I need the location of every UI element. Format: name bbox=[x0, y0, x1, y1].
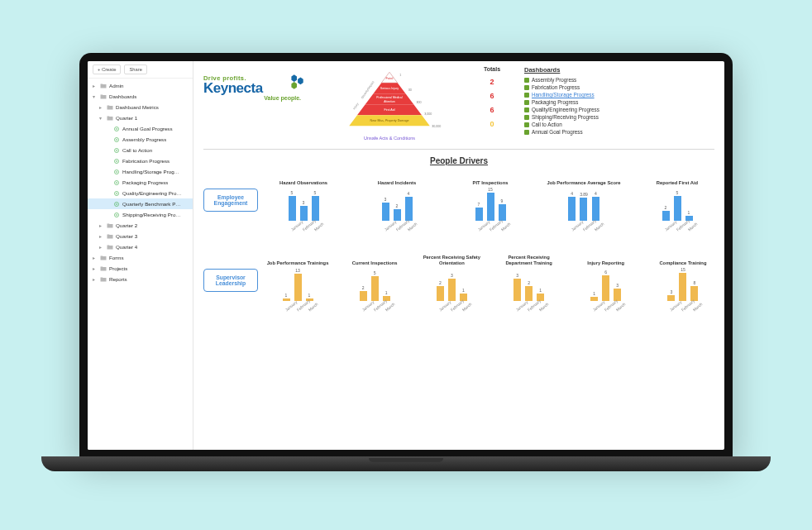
dashboard-link-label: Fabrication Progress bbox=[532, 84, 580, 90]
tree-caret-icon: ▸ bbox=[99, 222, 104, 228]
tree-item[interactable]: ▸Projects bbox=[88, 263, 193, 274]
bars-area: 43.894 bbox=[568, 188, 599, 221]
bar-value-label: 2 bbox=[439, 280, 442, 285]
bar: 15 bbox=[487, 187, 494, 221]
mini-chart: Percent Receiving Department Training321… bbox=[498, 252, 561, 316]
folder-icon bbox=[107, 222, 113, 229]
svg-text:1: 1 bbox=[399, 74, 401, 77]
charts-row: Job Performance Trainings1131JanuaryFebr… bbox=[266, 252, 714, 316]
bar: 7 bbox=[475, 202, 483, 221]
x-axis-label: January bbox=[477, 224, 485, 232]
bars-area: 163 bbox=[590, 268, 621, 301]
tree-caret-icon: ▸ bbox=[99, 233, 104, 239]
bar-value-label: 1 bbox=[285, 293, 288, 298]
x-axis: JanuaryFebruaryMarch bbox=[662, 221, 693, 236]
tree-item[interactable]: Assembly Progress bbox=[88, 134, 193, 145]
tree-item[interactable]: ▸Quarter 4 bbox=[88, 241, 193, 252]
color-swatch-icon bbox=[524, 115, 529, 120]
tree-item[interactable]: ▸Admin bbox=[88, 80, 193, 91]
laptop-base bbox=[41, 456, 771, 471]
bar: 4 bbox=[568, 191, 576, 221]
totals-value: 6 bbox=[471, 92, 513, 100]
bars-area: 535 bbox=[289, 188, 319, 221]
bar-value-label: 3.89 bbox=[580, 192, 588, 197]
tree-item[interactable]: ▸Dashboard Metrics bbox=[88, 102, 193, 112]
gear-icon bbox=[113, 201, 120, 208]
totals-value: 0 bbox=[471, 120, 513, 128]
x-axis-label: January bbox=[384, 224, 392, 232]
tree-item[interactable]: Packaging Progress bbox=[88, 177, 193, 188]
bar: 2 bbox=[437, 280, 444, 301]
dashboard-link[interactable]: Call to Action bbox=[524, 122, 714, 127]
mini-chart: Reported First Aid251JanuaryFebruaryMarc… bbox=[640, 172, 714, 236]
share-button[interactable]: Share bbox=[124, 64, 146, 74]
mini-chart-title: Compliance Training bbox=[652, 252, 714, 265]
bar-rect bbox=[590, 297, 598, 301]
bar-rect bbox=[499, 204, 506, 221]
x-axis-label: March bbox=[461, 304, 470, 313]
bar-value-label: 3 bbox=[303, 200, 305, 205]
tree-item[interactable]: ▾Quarter 1 bbox=[88, 112, 193, 123]
svg-point-7 bbox=[116, 160, 117, 162]
bar-value-label: 1 bbox=[688, 210, 690, 215]
pyr-level-2b: Attention bbox=[384, 100, 395, 103]
tree-item[interactable]: Fabrication Progress bbox=[88, 155, 193, 166]
tree-item[interactable]: ▸Forms bbox=[88, 252, 193, 263]
bar: 4 bbox=[592, 191, 599, 221]
tree-item[interactable]: Quarterly Benchmark P… bbox=[88, 198, 193, 209]
tree-item-label: Annual Goal Progress bbox=[122, 126, 173, 131]
x-axis-label: February bbox=[450, 304, 458, 313]
tree-item[interactable]: Quality/Engineering Pro… bbox=[88, 188, 193, 198]
gear-icon bbox=[113, 126, 120, 132]
bar-value-label: 4 bbox=[571, 191, 573, 196]
tree-item[interactable]: Shipping/Receiving Pro… bbox=[88, 209, 193, 220]
x-axis-label: January bbox=[361, 304, 370, 313]
gear-icon bbox=[113, 136, 120, 143]
dashboard-link[interactable]: Annual Goal Progress bbox=[524, 129, 714, 135]
tree-item[interactable]: ▸Quarter 3 bbox=[88, 231, 193, 241]
bar: 15 bbox=[679, 267, 686, 301]
tree-item-label: Forms bbox=[109, 255, 124, 260]
pyr-level-1: Serious Injury bbox=[380, 87, 399, 90]
bars-area: 324 bbox=[382, 188, 413, 221]
dashboard-link[interactable]: Packaging Progress bbox=[524, 99, 714, 105]
bars-area: 1131 bbox=[283, 268, 313, 301]
dashboards-title: Dashboards bbox=[524, 66, 714, 74]
tree-caret-icon: ▸ bbox=[93, 276, 98, 282]
x-axis: JanuaryFebruaryMarch bbox=[475, 221, 506, 236]
bar-value-label: 4 bbox=[408, 191, 410, 196]
tree-item[interactable]: ▾Dashboards bbox=[88, 91, 193, 102]
driver-row: Employee EngagementHazard Observations53… bbox=[203, 172, 714, 236]
dashboard-link[interactable]: Fabrication Progress bbox=[524, 84, 714, 90]
bar: 3.89 bbox=[580, 192, 588, 221]
keynecta-logo: Drive profits. Keynecta Value people. bbox=[203, 66, 308, 101]
tree-item[interactable]: ▸Quarter 2 bbox=[88, 220, 193, 231]
dashboard-link[interactable]: Quality/Engineering Progress bbox=[524, 107, 714, 112]
tree-item[interactable]: Annual Goal Progress bbox=[88, 123, 193, 134]
mini-chart-title: PIT Inspections bbox=[453, 172, 528, 185]
x-axis-label: March bbox=[693, 304, 701, 313]
dashboard-link[interactable]: Shipping/Receiving Progress bbox=[524, 114, 714, 120]
tree-item[interactable]: ▸Reports bbox=[88, 274, 193, 284]
tree-item-label: Quarter 2 bbox=[116, 222, 137, 228]
gear-icon bbox=[113, 179, 120, 186]
bar-rect bbox=[371, 276, 379, 301]
bar: 9 bbox=[499, 198, 506, 221]
tree-caret-icon: ▸ bbox=[99, 244, 104, 250]
tree-caret-icon: ▾ bbox=[93, 93, 98, 99]
svg-text:30,000: 30,000 bbox=[432, 125, 441, 128]
create-button[interactable]: + Create bbox=[93, 64, 121, 74]
gear-icon bbox=[113, 158, 120, 165]
bar: 8 bbox=[690, 280, 698, 301]
driver-row-label: Supervisor Leadership bbox=[203, 269, 258, 292]
x-axis-label: January bbox=[571, 224, 579, 232]
svg-marker-19 bbox=[298, 78, 303, 85]
dashboard-link[interactable]: Assembly Progress bbox=[524, 77, 714, 83]
dashboard-link[interactable]: Handling/Storage Progress bbox=[524, 92, 714, 98]
tree-item[interactable]: Call to Action bbox=[88, 145, 193, 155]
x-axis: JanuaryFebruaryMarch bbox=[590, 301, 621, 316]
x-axis-label: February bbox=[582, 224, 590, 232]
bar: 2 bbox=[662, 205, 670, 221]
x-axis-label: March bbox=[313, 224, 322, 232]
tree-item[interactable]: Handling/Storage Prog… bbox=[88, 166, 193, 177]
